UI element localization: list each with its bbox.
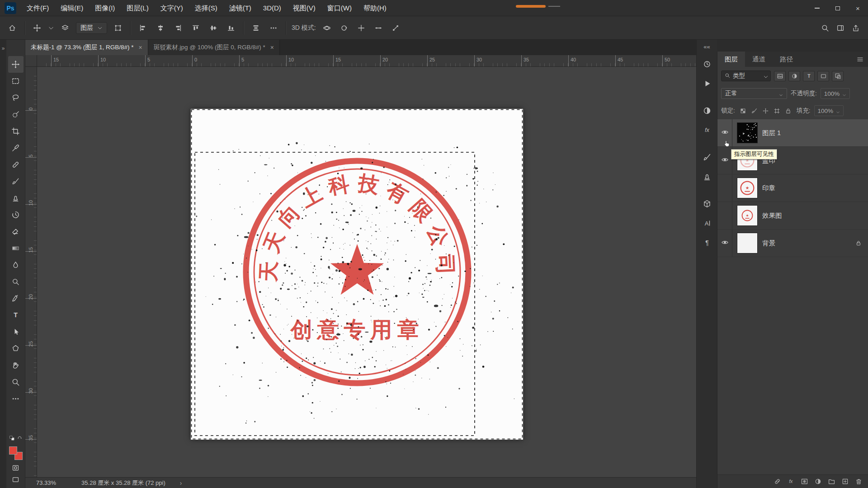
trash-icon[interactable]	[855, 478, 863, 485]
menu-item-help[interactable]: 帮助(H)	[358, 0, 392, 16]
align-bottom-icon[interactable]	[224, 22, 238, 34]
3d-roll-icon[interactable]	[337, 22, 351, 34]
align-right-icon[interactable]	[171, 22, 185, 34]
document-tab-1[interactable]: 未标题-1 @ 73.3% (图层 1, RGB/8#) *×	[25, 40, 148, 55]
history-panel-icon[interactable]	[699, 56, 715, 72]
layer-visibility-toggle[interactable]	[717, 202, 732, 229]
blend-mode-dropdown[interactable]: 正常	[721, 88, 787, 99]
lock-artboard-icon[interactable]	[773, 106, 782, 115]
crop-tool[interactable]	[8, 123, 24, 140]
actions-panel-icon[interactable]	[699, 76, 715, 91]
lock-all-icon[interactable]	[784, 106, 793, 115]
layer-thumbnail[interactable]	[737, 122, 758, 143]
panel-tab-图层[interactable]: 图层	[717, 52, 745, 67]
ellipsis-tool[interactable]	[8, 390, 24, 407]
document-tab-2[interactable]: 斑驳素材.jpg @ 100% (图层 0, RGB/8#) *×	[148, 40, 280, 55]
type-tool[interactable]: T	[8, 307, 24, 324]
layer-visibility-toggle[interactable]	[717, 147, 732, 174]
zoom-tool[interactable]	[8, 374, 24, 390]
close-tab-icon[interactable]: ×	[139, 44, 142, 51]
layer-row-图层 1[interactable]: 图层 1	[717, 119, 868, 147]
chevron-down-icon[interactable]	[48, 22, 54, 34]
lasso-tool[interactable]	[8, 89, 24, 106]
menu-item-window[interactable]: 窗口(W)	[321, 0, 358, 16]
layer-visibility-toggle[interactable]	[717, 119, 732, 146]
3d-pan-icon[interactable]	[354, 22, 368, 34]
healing-brush-tool[interactable]	[8, 156, 24, 173]
vertical-ruler[interactable]: 05101520253035	[25, 67, 37, 477]
align-left-icon[interactable]	[136, 22, 150, 34]
opacity-dropdown[interactable]: 100%	[821, 88, 850, 99]
layer-row-效果图[interactable]: 效果图	[717, 202, 868, 230]
document-canvas[interactable]: 天天向上科技有限公司 创意专用章	[191, 109, 523, 440]
link-icon[interactable]	[774, 478, 781, 485]
share-icon[interactable]	[849, 22, 863, 34]
auto-select-target-dropdown[interactable]: 图层	[76, 22, 107, 34]
gradient-tool[interactable]	[8, 240, 24, 257]
screen-mode-icon[interactable]	[12, 476, 19, 483]
menu-item-edit[interactable]: 编辑(E)	[55, 0, 89, 16]
collapse-panels-icon[interactable]: ««	[703, 43, 710, 52]
foreground-color-swatch[interactable]	[9, 446, 17, 455]
menu-item-3d[interactable]: 3D(D)	[257, 0, 287, 16]
show-transform-controls-icon[interactable]	[111, 22, 125, 34]
minimize-button[interactable]	[807, 0, 827, 16]
layer-row-印章[interactable]: 印章	[717, 174, 868, 202]
new-layer-icon[interactable]	[841, 478, 849, 485]
layer-filter-dropdown[interactable]: 类型	[721, 70, 771, 81]
filter-smart-icon[interactable]	[832, 71, 844, 81]
3d-orbit-icon[interactable]	[320, 22, 334, 34]
align-center-v-icon[interactable]	[207, 22, 220, 34]
menu-item-file[interactable]: 文件(F)	[21, 0, 55, 16]
lock-transparent-icon[interactable]	[739, 106, 748, 115]
clone-source-panel-icon[interactable]	[699, 169, 715, 184]
filter-pixel-icon[interactable]	[774, 71, 786, 81]
workspace-icon[interactable]	[834, 22, 847, 34]
fx-icon[interactable]: fx	[787, 478, 795, 485]
status-chevron-icon[interactable]: ›	[180, 479, 182, 487]
lock-pixels-icon[interactable]	[750, 106, 759, 115]
layer-row-背景[interactable]: 背景	[717, 230, 868, 257]
align-top-icon[interactable]	[189, 22, 203, 34]
filter-shape-icon[interactable]	[817, 71, 829, 81]
expand-tools-icon[interactable]: »	[2, 45, 5, 488]
paragraph-panel-icon[interactable]: ¶	[699, 235, 715, 250]
close-tab-icon[interactable]: ×	[270, 44, 274, 51]
search-icon[interactable]	[818, 22, 832, 34]
eyedropper-tool[interactable]	[8, 140, 24, 156]
home-icon[interactable]	[5, 22, 19, 34]
default-colors-icon[interactable]	[9, 435, 15, 442]
3d-scale-icon[interactable]	[389, 22, 402, 34]
swap-colors-icon[interactable]	[17, 435, 23, 442]
layer-visibility-toggle[interactable]	[717, 230, 732, 257]
lock-position-icon[interactable]	[761, 106, 770, 115]
filter-adjust-icon[interactable]	[788, 71, 800, 81]
panel-tab-通道[interactable]: 通道	[745, 52, 773, 67]
brush-tool[interactable]	[8, 173, 24, 190]
auto-select-layers-icon[interactable]	[58, 22, 72, 34]
layer-thumbnail[interactable]	[737, 205, 758, 226]
layer-thumbnail[interactable]	[737, 178, 758, 198]
move-tool[interactable]	[8, 56, 24, 73]
fill-dropdown[interactable]: 100%	[814, 105, 844, 116]
ruler-corner[interactable]	[25, 55, 37, 67]
layer-thumbnail[interactable]	[737, 233, 758, 253]
align-center-h-icon[interactable]	[154, 22, 167, 34]
folder-icon[interactable]	[828, 478, 835, 485]
path-select-tool[interactable]	[8, 324, 24, 340]
layer-visibility-toggle[interactable]	[717, 174, 732, 202]
character-panel-icon[interactable]: A	[699, 216, 715, 231]
shape-tool[interactable]	[8, 340, 24, 357]
3d-slide-icon[interactable]	[372, 22, 385, 34]
restore-button[interactable]	[827, 0, 848, 16]
brush-settings-panel-icon[interactable]	[699, 150, 715, 165]
marquee-tool[interactable]	[8, 73, 24, 89]
menu-item-select[interactable]: 选择(S)	[189, 0, 223, 16]
adjustments-panel-icon[interactable]	[699, 103, 715, 118]
pen-tool[interactable]	[8, 290, 24, 307]
more-options-icon[interactable]	[267, 22, 280, 34]
filter-type-icon[interactable]: T	[803, 71, 815, 81]
menu-item-layer[interactable]: 图层(L)	[121, 0, 154, 16]
move-tool-options-icon[interactable]	[30, 22, 44, 34]
panel-menu-icon[interactable]	[852, 52, 868, 67]
